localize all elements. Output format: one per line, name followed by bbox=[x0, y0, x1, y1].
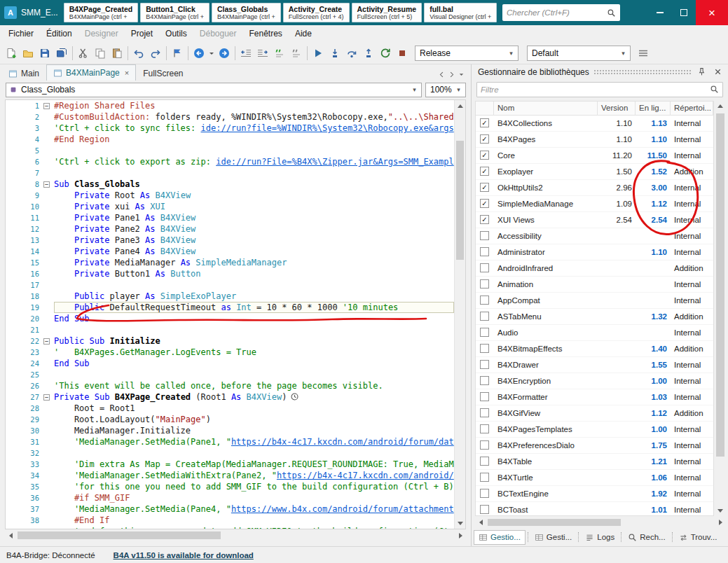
maximize-button[interactable] bbox=[672, 0, 696, 25]
library-vscroll-thumb[interactable] bbox=[716, 113, 724, 457]
comment-button[interactable] bbox=[271, 45, 288, 62]
library-checkbox[interactable]: ✓ bbox=[480, 151, 489, 160]
breakpoint-margin[interactable] bbox=[6, 503, 14, 515]
code-line-23[interactable]: 23' B4XPages.GetManager.LogEvents = True bbox=[6, 347, 454, 358]
library-row[interactable]: ✓Core11.2011.50Internal bbox=[476, 148, 713, 164]
library-vertical-scrollbar[interactable] bbox=[715, 101, 726, 516]
breakpoint-margin[interactable] bbox=[6, 425, 14, 436]
column-header-En lig...[interactable]: En lig... bbox=[636, 102, 671, 115]
layers-button[interactable] bbox=[635, 45, 652, 62]
menu-item-projet[interactable]: Projet bbox=[125, 27, 159, 40]
code-line-13[interactable]: 13 Private Pane3 As B4XView bbox=[6, 235, 454, 246]
breakpoint-margin[interactable] bbox=[6, 447, 14, 459]
library-checkbox[interactable] bbox=[480, 489, 489, 498]
column-header-Version[interactable]: Version bbox=[598, 102, 636, 115]
library-horizontal-scrollbar[interactable] bbox=[475, 517, 726, 527]
doc-tab-fullscreen[interactable]: FullScreen bbox=[136, 66, 190, 81]
panel-tab-logs[interactable]: Logs bbox=[581, 531, 619, 544]
undo-button[interactable] bbox=[130, 45, 147, 62]
breakpoint-margin[interactable] bbox=[6, 347, 14, 358]
code-line-4[interactable]: 4#End Region bbox=[6, 134, 454, 145]
library-checkbox[interactable]: ✓ bbox=[480, 199, 489, 208]
breakpoint-margin[interactable] bbox=[6, 100, 14, 111]
code-line-5[interactable]: 5 bbox=[6, 145, 454, 156]
menu-item-fichier[interactable]: Fichier bbox=[2, 27, 40, 40]
stop-button[interactable] bbox=[394, 45, 411, 62]
scroll-right-icon[interactable] bbox=[715, 517, 726, 527]
breakpoint-margin[interactable] bbox=[6, 268, 14, 279]
breakpoint-margin[interactable] bbox=[6, 302, 14, 313]
breakpoint-margin[interactable] bbox=[6, 515, 14, 526]
redo-button[interactable] bbox=[147, 45, 164, 62]
code-line-6[interactable]: 6'Ctrl + click to export as zip: ide://r… bbox=[6, 156, 454, 167]
step-out-button[interactable] bbox=[360, 45, 377, 62]
library-row[interactable]: ✓OkHttpUtils22.963.00Internal bbox=[476, 180, 713, 196]
scroll-up-icon[interactable] bbox=[715, 101, 726, 112]
menu-item-dition[interactable]: Édition bbox=[40, 27, 78, 40]
breakpoint-margin[interactable] bbox=[6, 313, 14, 324]
breakpoint-margin[interactable] bbox=[6, 235, 14, 246]
zoom-combo[interactable]: 100% ▾ bbox=[425, 83, 466, 97]
code-line-25[interactable]: 25 bbox=[6, 369, 454, 380]
library-row[interactable]: ✓B4XCollections1.101.13Internal bbox=[476, 116, 713, 132]
breakpoint-margin[interactable] bbox=[6, 190, 14, 201]
scroll-left-icon[interactable] bbox=[5, 530, 16, 541]
library-checkbox[interactable] bbox=[480, 312, 489, 321]
save-all-button[interactable] bbox=[53, 45, 70, 62]
library-checkbox[interactable] bbox=[480, 376, 489, 385]
breakpoint-margin[interactable] bbox=[6, 167, 14, 179]
library-row[interactable]: ✓B4XPages1.101.10Internal bbox=[476, 132, 713, 148]
close-panel-button[interactable] bbox=[712, 66, 724, 78]
library-checkbox[interactable] bbox=[480, 360, 489, 369]
breakpoint-margin[interactable] bbox=[6, 391, 14, 403]
panel-drag-handle[interactable] bbox=[593, 69, 692, 75]
library-checkbox[interactable] bbox=[480, 457, 489, 466]
code-line-22[interactable]: 22−Public Sub Initialize bbox=[6, 335, 454, 347]
library-checkbox[interactable]: ✓ bbox=[480, 118, 489, 127]
breakpoint-margin[interactable] bbox=[6, 246, 14, 257]
bookmark-tab[interactable]: B4XPage_CreatedB4XMainPage (ctrl + bbox=[64, 3, 138, 22]
panel-tab-gesti[interactable]: Gesti... bbox=[530, 531, 576, 544]
library-checkbox[interactable] bbox=[480, 344, 489, 353]
library-row[interactable]: AccessibilityInternal bbox=[476, 228, 713, 244]
code-line-16[interactable]: 16 Private Button1 As Button bbox=[6, 268, 454, 279]
breakpoint-margin[interactable] bbox=[6, 179, 14, 190]
code-line-35[interactable]: 35 'for this one you need to add SMM_GIF… bbox=[6, 481, 454, 492]
code-line-1[interactable]: 1−#Region Shared Files bbox=[6, 100, 454, 111]
library-row[interactable]: BCTextEngine1.92Internal bbox=[476, 486, 713, 502]
search-input[interactable] bbox=[507, 8, 607, 17]
library-row[interactable]: AudioInternal bbox=[476, 325, 713, 341]
code-line-12[interactable]: 12 Private Pane2 As B4XView bbox=[6, 223, 454, 235]
scroll-down-icon[interactable] bbox=[715, 505, 726, 516]
member-selector-combo[interactable]: Class_Globals ▾ bbox=[6, 83, 422, 97]
outdent-button[interactable] bbox=[238, 45, 254, 62]
breakpoint-margin[interactable] bbox=[6, 481, 14, 492]
library-row[interactable]: B4XTable1.21Internal bbox=[476, 454, 713, 470]
editor-vscroll-thumb[interactable] bbox=[456, 141, 464, 260]
breakpoint-margin[interactable] bbox=[6, 369, 14, 380]
doc-tab-b4xmainpage[interactable]: B4XMainPage× bbox=[46, 64, 136, 81]
code-line-30[interactable]: 30 MediaManager.Initialize bbox=[6, 425, 454, 436]
breakpoint-margin[interactable] bbox=[6, 279, 14, 291]
breakpoint-margin[interactable] bbox=[6, 492, 14, 503]
code-line-8[interactable]: 8−Sub Class_Globals bbox=[6, 179, 454, 190]
library-checkbox[interactable]: ✓ bbox=[480, 183, 489, 192]
library-hscroll-thumb[interactable] bbox=[488, 519, 621, 526]
breakpoint-margin[interactable] bbox=[6, 324, 14, 335]
filter-input[interactable] bbox=[481, 85, 710, 94]
bookmark-tab[interactable]: Class_GlobalsB4XMainPage (ctrl + bbox=[212, 3, 281, 22]
editor-horizontal-scrollbar[interactable] bbox=[5, 530, 466, 541]
save-button[interactable] bbox=[36, 45, 53, 62]
bookmark-tab[interactable]: Activity_CreateFullScreen (ctrl + 4) bbox=[283, 3, 350, 22]
code-line-29[interactable]: 29 Root.LoadLayout("MainPage") bbox=[6, 414, 454, 425]
column-header-Nom[interactable]: Nom bbox=[494, 102, 598, 115]
menu-item-fentres[interactable]: Fenêtres bbox=[243, 27, 289, 40]
breakpoint-margin[interactable] bbox=[6, 223, 14, 235]
code-line-21[interactable]: 21 bbox=[6, 324, 454, 335]
cut-button[interactable] bbox=[75, 45, 92, 62]
library-checkbox[interactable] bbox=[480, 424, 489, 433]
editor-hscroll-thumb[interactable] bbox=[18, 531, 221, 539]
code-line-17[interactable]: 17 bbox=[6, 279, 454, 291]
breakpoint-margin[interactable] bbox=[6, 257, 14, 268]
close-button[interactable]: × bbox=[696, 0, 728, 25]
